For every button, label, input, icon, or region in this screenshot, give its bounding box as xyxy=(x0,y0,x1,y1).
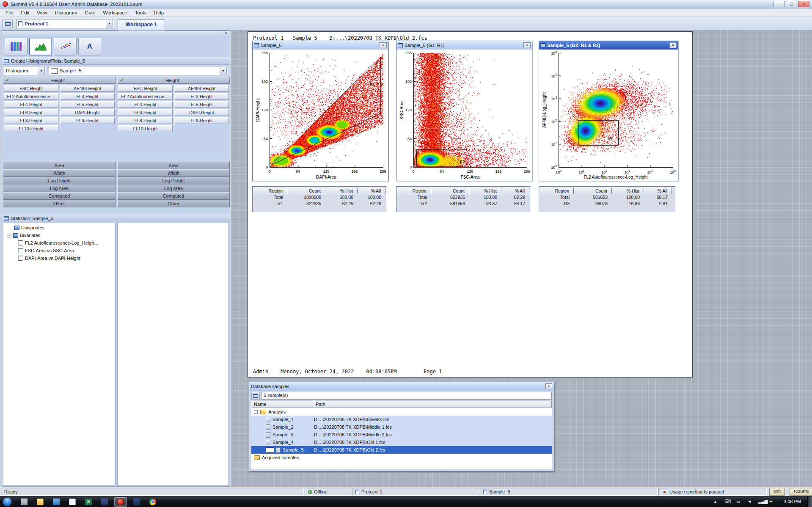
clock[interactable]: 4:08 PM xyxy=(784,499,801,504)
stats-tree-item-dapi-area-vs-dapi-height[interactable]: DAPI-Area vs DAPI-Height xyxy=(3,254,115,262)
panel-grip[interactable]: × xyxy=(2,31,230,36)
taskbar-icon-chrome[interactable] xyxy=(146,497,159,507)
param-button-af488-height[interactable]: AF488-Height xyxy=(174,85,229,92)
tree-expander-icon[interactable]: − xyxy=(8,234,11,237)
param-section-log-height[interactable]: Log Height xyxy=(117,177,230,185)
menu-histogram[interactable]: Histogram xyxy=(51,9,81,16)
param-button-fl6-height[interactable]: FL6-Height xyxy=(4,109,58,116)
taskbar-icon-app-darkblue[interactable] xyxy=(130,497,143,507)
param-column-header[interactable]: ✓Height xyxy=(117,77,230,84)
param-button-fl9-height[interactable]: FL9-Height xyxy=(174,117,229,124)
sample-selector[interactable]: Sample_5 ▼ xyxy=(49,66,228,75)
menu-help[interactable]: Help xyxy=(150,9,168,16)
param-button-fl4-height[interactable]: FL4-Height xyxy=(4,101,58,108)
close-icon[interactable]: × xyxy=(545,383,552,389)
stats-tree-item-univariates[interactable]: Univariates xyxy=(3,224,115,231)
param-button-dapi-height[interactable]: DAPI-Height xyxy=(60,109,115,116)
taskbar-icon-excel[interactable]: X xyxy=(82,497,95,507)
menu-workspace[interactable]: Workspace xyxy=(99,9,131,16)
stats-tree-item-fl2-autoflourescence-log-heigh[interactable]: FL2 Autoflourescence-Log_Heigh... xyxy=(3,239,115,247)
stats-col-region[interactable]: Region xyxy=(253,187,287,194)
plot-type-selector[interactable]: Histogram ▼ xyxy=(4,66,46,75)
param-section-area[interactable]: Area xyxy=(117,162,230,169)
param-section-other[interactable]: Other xyxy=(117,200,230,207)
menu-file[interactable]: File xyxy=(2,9,17,16)
param-button-fl3-height[interactable]: FL3-Height xyxy=(174,93,229,100)
param-button-fl8-height[interactable]: FL8-Height xyxy=(4,117,58,124)
tree-expander-icon[interactable]: − xyxy=(254,410,258,414)
stats-col-hist[interactable]: % Hist xyxy=(612,187,644,194)
tray-expand-icon[interactable]: ▴ xyxy=(714,499,716,504)
db-refresh-button[interactable] xyxy=(251,392,260,400)
maximize-button[interactable]: ▢ xyxy=(786,1,797,7)
param-section-log-area[interactable]: Log Area xyxy=(3,185,116,192)
param-section-width[interactable]: Width xyxy=(3,169,116,177)
checkbox-icon[interactable] xyxy=(18,240,23,245)
rename-edit-box[interactable] xyxy=(266,447,274,453)
stats-tree-item-bivariates[interactable]: −Bivariates xyxy=(3,231,115,239)
param-button-fl8-height[interactable]: FL8-Height xyxy=(118,117,173,124)
scatter-plot-canvas[interactable] xyxy=(559,53,673,168)
db-column-name[interactable]: Name xyxy=(251,401,313,408)
param-button-fl5-height[interactable]: FL5-Height xyxy=(174,101,229,108)
stats-tree-item-fsc-area-vs-ssc-area[interactable]: FSC-Area vs SSC-Area xyxy=(3,247,115,254)
db-folder-analysis[interactable]: −Analysis xyxy=(251,408,552,416)
protocol-selector[interactable]: Protocol 1 ▼ xyxy=(16,19,114,28)
taskbar-icon-app-navy[interactable] xyxy=(98,497,111,507)
histogram-plot-button[interactable] xyxy=(5,38,28,55)
show-desktop-button[interactable] xyxy=(807,496,812,507)
param-button-fl4-height[interactable]: FL4-Height xyxy=(118,101,173,108)
param-button-dapi-height[interactable]: DAPI-Height xyxy=(174,109,229,116)
db-window-titlebar[interactable]: Database samples × xyxy=(249,382,554,391)
param-button-fl9-height[interactable]: FL9-Height xyxy=(60,117,115,124)
plot-titlebar[interactable]: Sample_5 (G2: R1 & R2) × xyxy=(539,41,678,50)
scatter-plot-canvas[interactable] xyxy=(413,53,527,168)
stats-col-region[interactable]: Region xyxy=(540,187,574,194)
menu-tools[interactable]: Tools xyxy=(131,9,150,16)
keyboard-icon[interactable]: ▤ xyxy=(736,499,740,504)
plot-titlebar[interactable]: Sample_5 (G1: R1) × xyxy=(396,41,532,50)
taskbar-icon-summit[interactable] xyxy=(114,497,127,507)
chevron-down-icon[interactable]: ▼ xyxy=(106,20,113,28)
param-button-fl3-height[interactable]: FL3-Height xyxy=(60,93,115,100)
param-section-computed[interactable]: Computed xyxy=(3,192,116,200)
param-button-fl10-height[interactable]: FL10-Height xyxy=(4,125,58,132)
db-row-sample-4[interactable]: Sample_4D:...\20220708 TK XDPB\Old 1.fcs xyxy=(251,438,552,446)
minimize-button[interactable]: ─ xyxy=(773,1,785,7)
smoothed-histogram-button[interactable] xyxy=(29,38,52,55)
param-section-area[interactable]: Area xyxy=(3,162,116,169)
start-button[interactable] xyxy=(3,497,12,507)
panel-close-icon[interactable]: × xyxy=(223,31,228,35)
exit-button[interactable]: exit xyxy=(769,488,785,496)
new-window-button[interactable] xyxy=(3,19,13,28)
param-button-fsc-height[interactable]: FSC-Height xyxy=(4,85,58,92)
close-icon[interactable]: × xyxy=(380,42,387,48)
text-annotation-button[interactable]: A xyxy=(78,38,101,55)
stats-col-count[interactable]: Count xyxy=(431,187,469,194)
stats-col-count[interactable]: Count xyxy=(287,187,325,194)
stats-col-count[interactable]: Count xyxy=(574,187,612,194)
param-button-fl2-autoflourescence[interactable]: FL2 Autoflourescence-... xyxy=(118,93,173,100)
db-row-sample-3[interactable]: Sample_3D:...\20220708 TK XDPB\Middle 2.… xyxy=(251,431,552,438)
close-icon[interactable]: × xyxy=(669,42,677,48)
stats-col-hist[interactable]: % Hist xyxy=(325,187,358,194)
param-section-log-area[interactable]: Log Area xyxy=(117,185,230,192)
param-button-fsc-height[interactable]: FSC-Height xyxy=(118,85,173,92)
menu-edit[interactable]: Edit xyxy=(17,9,33,16)
param-button-af488-height[interactable]: AF488-Height xyxy=(60,85,115,92)
flag-icon[interactable]: ▰ xyxy=(769,499,773,504)
db-row-sample-2[interactable]: Sample_2D:...\20220708 TK XDPB\Middle 1.… xyxy=(251,423,552,431)
param-section-width[interactable]: Width xyxy=(117,169,230,177)
param-button-fl2-autoflourescence[interactable]: FL2 Autoflourescence-... xyxy=(4,93,58,100)
network-icon[interactable]: ▂▄▆ xyxy=(758,499,768,504)
db-row-sample-1[interactable]: Sample_1D:...\20220708 TK XDPB\8peaks.fc… xyxy=(251,416,552,423)
plot-titlebar[interactable]: Sample_5 × xyxy=(253,41,388,50)
param-column-header[interactable]: ✓Height xyxy=(3,77,116,84)
stats-col-all[interactable]: % All xyxy=(644,187,672,194)
taskbar-icon-app-blue[interactable] xyxy=(50,497,63,507)
checkbox-icon[interactable] xyxy=(18,256,23,261)
db-row-sample-5[interactable]: Sample_5D:...\20220708 TK XDPB\Old 2.fcs xyxy=(251,446,552,454)
volume-icon[interactable]: ◄ xyxy=(747,499,751,504)
db-folder-acquired-samples[interactable]: Acquired samples xyxy=(251,454,552,461)
dot-plot-button[interactable] xyxy=(54,38,77,55)
